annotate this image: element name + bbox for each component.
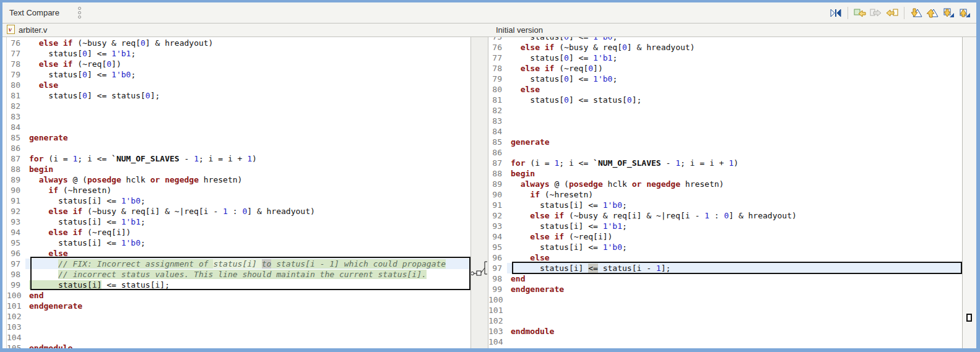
- code-text: else if (~req[i]): [25, 227, 470, 238]
- line-number: 84: [488, 126, 507, 137]
- left-editor-pane[interactable]: 76 else if (~busy & req[0] & hreadyout)7…: [7, 37, 471, 348]
- line-number: 95: [488, 242, 507, 252]
- line-number: 79: [488, 74, 507, 84]
- code-line: 76 else if (~busy & req[0] & hreadyout): [488, 42, 962, 53]
- copy-all-from-right-to-left-button[interactable]: [852, 6, 868, 20]
- code-line: 82: [488, 105, 962, 116]
- code-line: 91 status[i] <= 1'b0;: [7, 195, 470, 206]
- code-line: 93 status[i] <= 1'b1;: [7, 217, 470, 227]
- line-number: 91: [488, 200, 507, 210]
- line-number: 92: [488, 210, 507, 221]
- overview-ruler[interactable]: [963, 37, 976, 348]
- code-line: 90 if (~hresetn): [7, 185, 470, 195]
- line-number: 94: [488, 231, 507, 242]
- code-line: 98 // incorrect status values. This line…: [7, 269, 470, 280]
- drag-handle-icon[interactable]: [78, 7, 81, 19]
- code-text: generate: [25, 132, 470, 143]
- code-text: endgenerate: [507, 284, 962, 294]
- code-text: status[0] <= 1'b0;: [507, 74, 962, 84]
- swap-left-and-right-view-button[interactable]: [828, 6, 844, 20]
- code-line: 96 else: [488, 252, 962, 263]
- code-line: 83: [7, 111, 470, 122]
- code-line: 77 status[0] <= 1'b1;: [488, 53, 962, 63]
- copy-current-change-from-right-to-left-button[interactable]: [884, 6, 900, 20]
- code-text: [507, 305, 962, 316]
- code-line: 104: [488, 337, 962, 347]
- diff-overview-marker[interactable]: [966, 314, 972, 322]
- code-line: 87for (i = 1; i <= `NUM_OF_SLAVES - 1; i…: [7, 153, 470, 164]
- code-text: else if (~busy & req[0] & hreadyout): [25, 38, 470, 48]
- code-text: status[i] <= 1'b0;: [25, 195, 470, 206]
- next-change-button[interactable]: [940, 6, 956, 20]
- previous-change-button[interactable]: [956, 6, 973, 20]
- code-text: [25, 322, 470, 332]
- code-line: 79 status[0] <= 1'b0;: [7, 69, 470, 80]
- code-text: [507, 147, 962, 158]
- line-number: 76: [7, 38, 25, 48]
- line-number: 89: [488, 179, 507, 189]
- code-line: 78 else if (~req[0]): [488, 63, 962, 74]
- previous-difference-button[interactable]: [924, 6, 940, 20]
- code-text: else if (~busy & req[i] & ~|req[i - 1 : …: [25, 206, 470, 217]
- code-text: [507, 116, 962, 126]
- code-text: status[i] <= 1'b0;: [25, 238, 470, 248]
- line-number: 86: [7, 143, 25, 153]
- code-text: else: [25, 80, 470, 90]
- code-text: status[i] <= 1'b0;: [507, 242, 962, 252]
- line-number: 75: [488, 37, 507, 42]
- line-number: 78: [488, 63, 507, 74]
- line-number: 94: [7, 227, 25, 238]
- line-number: 88: [488, 168, 507, 179]
- next-difference-button[interactable]: [908, 6, 924, 20]
- code-text: always @ (posedge hclk or negedge hreset…: [507, 179, 962, 189]
- code-text: else if (~req[i]): [507, 231, 962, 242]
- left-annotation-ruler[interactable]: [2, 37, 7, 348]
- code-line: 103: [7, 322, 470, 332]
- diff-connector-handle[interactable]: [477, 271, 481, 275]
- line-number: 82: [488, 105, 507, 116]
- code-text: always @ (posedge hclk or negedge hreset…: [25, 174, 470, 185]
- line-number: 99: [7, 280, 25, 290]
- code-text: else if (~busy & req[0] & hreadyout): [507, 42, 962, 53]
- copy-current-change-from-left-to-right-button[interactable]: [868, 6, 884, 20]
- line-number: 93: [488, 221, 507, 231]
- code-line: 104: [7, 332, 470, 343]
- code-text: else: [507, 252, 962, 263]
- right-editor-pane[interactable]: 75 status[0] <= 1'b0;76 else if (~busy &…: [488, 37, 962, 348]
- line-number: 104: [488, 337, 507, 347]
- line-number: 102: [488, 316, 507, 326]
- code-text: [507, 105, 962, 116]
- left-pane-title: arbiter.v: [19, 25, 47, 35]
- code-line: 102: [488, 316, 962, 326]
- code-text: endmodule: [25, 343, 470, 348]
- compare-toolbar: Text Compare: [2, 2, 976, 24]
- right-pane-header: Initial version: [489, 24, 976, 36]
- line-number: 77: [7, 48, 25, 59]
- compare-editor-window: Text Compare: [0, 0, 980, 352]
- line-number: 96: [488, 252, 507, 263]
- code-line: 79 status[0] <= 1'b0;: [488, 74, 962, 84]
- code-line: 92 else if (~busy & req[i] & ~|req[i - 1…: [7, 206, 470, 217]
- code-line: 92 else if (~busy & req[i] & ~|req[i - 1…: [488, 210, 962, 221]
- code-line: 101endgenerate: [7, 301, 470, 311]
- line-number: 83: [488, 116, 507, 126]
- code-text: [25, 143, 470, 153]
- code-line: 86: [7, 143, 470, 153]
- code-line: 76 else if (~busy & req[0] & hreadyout): [7, 38, 470, 48]
- code-text: [507, 337, 962, 347]
- code-text: status[0] <= 1'b1;: [25, 48, 470, 59]
- code-line: 81 status[0] <= status[0];: [7, 90, 470, 101]
- code-text: status[0] <= 1'b0;: [25, 69, 470, 80]
- code-text: [25, 332, 470, 343]
- line-number: 80: [7, 80, 25, 90]
- code-text: generate: [507, 137, 962, 147]
- line-number: 103: [488, 326, 507, 337]
- code-text: [25, 122, 470, 132]
- code-text: // FIX: Incorrect assignment of status[i…: [25, 259, 470, 269]
- code-line: 82: [7, 101, 470, 111]
- code-line: 97 status[i] <= status[i - 1];: [488, 263, 962, 273]
- line-number: 104: [7, 332, 25, 343]
- code-text: begin: [507, 168, 962, 179]
- line-number: 87: [488, 158, 507, 168]
- code-text: [507, 316, 962, 326]
